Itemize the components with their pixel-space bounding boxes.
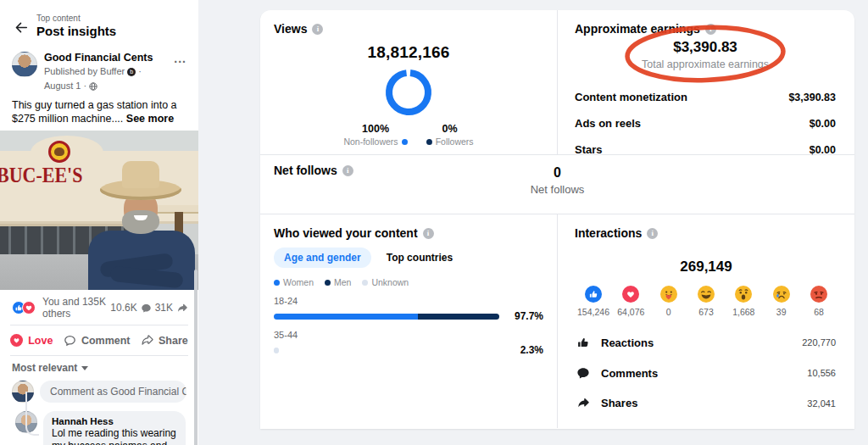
non-followers-dot <box>402 139 408 145</box>
comment-outline-icon <box>64 334 76 347</box>
angry-reaction-icon <box>810 286 827 303</box>
post-photo[interactable]: BUC-EE'S <box>0 131 198 290</box>
love-reaction-icon <box>622 286 639 303</box>
share-outline-icon <box>141 334 153 347</box>
see-more-link[interactable]: See more <box>126 113 174 125</box>
care-reaction-icon <box>660 286 677 303</box>
bucees-sign-text: BUC-EE'S <box>0 163 82 188</box>
comment-sort-dropdown[interactable]: Most relevant <box>0 356 198 377</box>
reaction-wow: 1,668 <box>726 286 760 317</box>
legend-non-followers: 100% Non-followers <box>343 123 407 147</box>
earnings-subtitle: Total approximate earnings <box>575 58 836 70</box>
comment-bubble-icon <box>576 366 590 380</box>
engagement-summary: You and 135K others 10.6K 31K <box>0 290 198 325</box>
comment-label: Comment <box>81 335 131 347</box>
who-viewed-section: Who viewed your content Age and gender T… <box>260 214 557 428</box>
who-viewed-title: Who viewed your content <box>274 226 418 240</box>
comments-count[interactable]: 10.6K <box>110 302 136 314</box>
interactions-row-shares: Shares 32,041 <box>575 388 837 418</box>
bucees-logo <box>48 141 70 163</box>
insights-panel: Views 18,812,166 100% Non-followers 0% F… <box>260 10 854 429</box>
reaction-badges[interactable] <box>12 301 36 314</box>
bar-35-44 <box>274 348 279 353</box>
shares-count[interactable]: 31K <box>155 302 173 314</box>
post-meta: Published by Buffer b · August 1 · <box>44 66 165 92</box>
man-figure <box>81 158 198 290</box>
author-avatar[interactable] <box>12 52 37 77</box>
earnings-row: Content monetization$3,390.83 <box>575 84 836 110</box>
post-menu-button[interactable]: ... <box>172 52 188 65</box>
net-follows-section: Net follows 0 Net follows <box>260 155 854 214</box>
earnings-row: Ads on reels$0.00 <box>575 110 836 136</box>
like-reaction-icon <box>585 286 602 303</box>
reactions-summary-text[interactable]: You and 135K others <box>42 296 107 320</box>
views-section: Views 18,812,166 100% Non-followers 0% F… <box>260 10 557 154</box>
comment-input[interactable]: Comment as Good Financial Cents <box>40 381 186 403</box>
interactions-row-comments: Comments 10,556 <box>575 358 837 388</box>
earnings-section: Approximate earnings $3,390.83 Total app… <box>557 10 854 154</box>
page-title: Post insights <box>36 24 116 38</box>
reaction-sad: 39 <box>765 286 798 317</box>
legend-unknown: Unknown <box>362 277 409 287</box>
eyebrow-label: Top content <box>36 14 116 23</box>
legend-men: Men <box>325 277 351 287</box>
age-bar-35-44: 35-44 2.3% <box>274 330 543 356</box>
share-button[interactable]: Share <box>136 331 193 350</box>
reaction-love: 64,076 <box>614 286 648 317</box>
views-donut-chart <box>274 69 543 116</box>
buffer-icon: b <box>127 68 136 76</box>
sidebar-scrollbar[interactable] <box>194 270 198 445</box>
post-actions: Love Comment Share <box>0 325 198 355</box>
tab-age-and-gender[interactable]: Age and gender <box>274 248 371 268</box>
meta-separator: · <box>138 66 142 78</box>
love-button[interactable]: Love <box>5 331 58 350</box>
legend-women: Women <box>274 277 314 287</box>
info-icon[interactable] <box>647 228 658 239</box>
sad-reaction-icon <box>773 286 790 303</box>
interactions-total: 269,149 <box>575 259 837 275</box>
info-icon[interactable] <box>423 228 434 239</box>
meta-separator2: · <box>83 81 86 92</box>
reaction-angry: 68 <box>802 286 836 317</box>
interactions-section: Interactions 269,149 154,246 64,076 <box>557 214 854 428</box>
post-body: This guy turned a gas station into a $27… <box>0 92 198 131</box>
share-arrow-icon <box>576 397 590 409</box>
net-follows-label: Net follows <box>260 183 854 196</box>
info-icon[interactable] <box>312 24 323 35</box>
back-arrow-icon[interactable] <box>14 20 28 35</box>
sort-label: Most relevant <box>12 362 77 374</box>
comment-button[interactable]: Comment <box>58 331 136 350</box>
legend-followers: 0% Followers <box>426 123 474 147</box>
reaction-haha: 673 <box>689 286 723 317</box>
reaction-care: 0 <box>652 286 686 317</box>
post-insights-sidebar: Top content Post insights Good Financial… <box>0 0 198 445</box>
earnings-title: Approximate earnings <box>575 22 700 36</box>
tab-top-countries[interactable]: Top countries <box>376 248 463 268</box>
comment-bubble[interactable]: Hannah Hess Lol me reading this wearing … <box>43 411 186 445</box>
age-bar-18-24: 18-24 97.7% <box>274 296 543 322</box>
followers-dot <box>426 139 432 145</box>
chevron-down-icon <box>81 366 88 370</box>
love-reaction-icon <box>22 301 36 314</box>
interactions-row-reactions: Reactions 220,770 <box>575 327 837 358</box>
sidebar-header: Top content Post insights <box>0 0 198 43</box>
post-header: Good Financial Cents Published by Buffer… <box>0 43 198 92</box>
reaction-breakdown: 154,246 64,076 0 <box>575 286 837 317</box>
views-total: 18,812,166 <box>274 43 543 62</box>
net-follows-value: 0 <box>260 165 854 181</box>
info-icon[interactable] <box>705 24 716 35</box>
share-label: Share <box>159 335 188 347</box>
author-name[interactable]: Good Financial Cents <box>44 52 165 64</box>
haha-reaction-icon <box>698 286 715 303</box>
commenter-name[interactable]: Hannah Hess <box>52 416 177 426</box>
post-date[interactable]: August 1 <box>44 81 81 92</box>
comment-bubble-icon <box>141 303 152 314</box>
published-by-label: Published by Buffer <box>44 66 125 78</box>
interactions-title: Interactions <box>575 226 642 240</box>
thumbs-up-icon <box>576 336 590 349</box>
earnings-total: $3,390.83 <box>575 39 836 56</box>
love-label: Love <box>28 335 53 347</box>
globe-icon <box>89 82 97 91</box>
comment-text: Lol me reading this wearing my buccees p… <box>52 427 177 445</box>
share-arrow-icon <box>176 303 188 314</box>
